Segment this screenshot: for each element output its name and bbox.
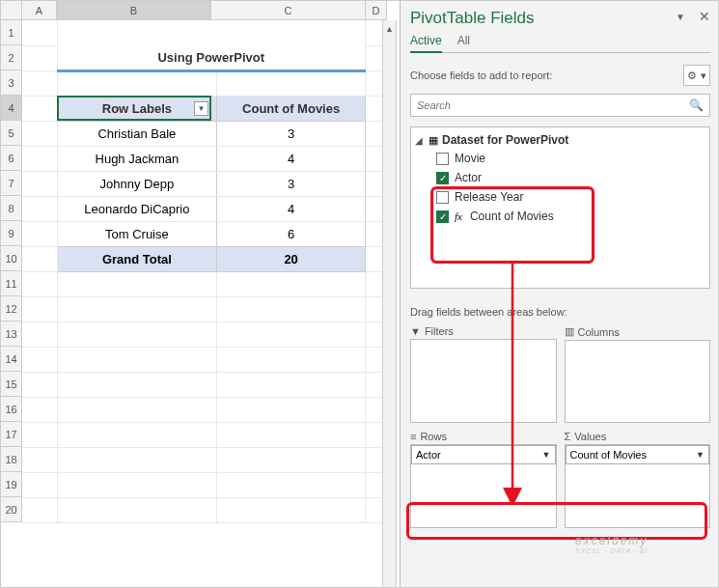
panel-tabs: Active All — [410, 34, 710, 53]
col-header-b[interactable]: B — [57, 1, 211, 20]
row-header-13[interactable]: 13 — [1, 322, 22, 347]
row-header-1[interactable]: 1 — [1, 20, 22, 45]
search-icon: 🔍 — [689, 98, 704, 112]
row-header-20[interactable]: 20 — [1, 497, 22, 522]
row-header-12[interactable]: 12 — [1, 296, 22, 322]
row-header-7[interactable]: 7 — [1, 171, 22, 196]
rows-area-item[interactable]: Actor▼ — [411, 445, 556, 464]
column-headers: A B C D — [1, 1, 387, 20]
table-cell[interactable]: 4 — [217, 196, 366, 221]
panel-title: PivotTable Fields — [410, 9, 535, 28]
row-header-8[interactable]: 8 — [1, 196, 22, 221]
gear-button[interactable]: ⚙ ▾ — [683, 65, 710, 86]
area-label: Values — [574, 431, 606, 442]
watermark: exceldemy EXCEL · DATA · BI — [575, 534, 648, 554]
collapse-icon[interactable]: ◢ — [415, 135, 425, 146]
row-header-19[interactable]: 19 — [1, 472, 22, 497]
row-header-17[interactable]: 17 — [1, 422, 22, 447]
chevron-down-icon[interactable]: ▼ — [676, 12, 685, 22]
field-label: Release Year — [455, 190, 523, 204]
scrollbar-vertical[interactable]: ▲ — [382, 20, 397, 588]
checkbox-checked[interactable]: ✓ — [436, 210, 449, 223]
field-row[interactable]: ✓Actor — [413, 168, 707, 187]
table-cell[interactable]: Johnny Depp — [57, 171, 217, 196]
select-all-cell[interactable] — [1, 1, 22, 20]
tab-all[interactable]: All — [457, 34, 470, 52]
row-header-2[interactable]: 2 — [1, 45, 22, 70]
field-row[interactable]: ✓fxCount of Movies — [413, 207, 707, 226]
row-header-18[interactable]: 18 — [1, 447, 22, 472]
table-cell[interactable]: Hugh Jackman — [57, 146, 217, 171]
fx-icon: fx — [455, 210, 462, 222]
table-cell[interactable]: 4 — [217, 146, 366, 171]
checkbox[interactable] — [436, 191, 449, 204]
table-cell[interactable]: 3 — [217, 171, 366, 196]
area-label: Rows — [420, 431, 447, 442]
table-cell[interactable]: Tom Cruise — [57, 221, 217, 246]
rows-icon: ≡ — [410, 431, 416, 442]
row-header-11[interactable]: 11 — [1, 271, 22, 296]
row-header-16[interactable]: 16 — [1, 397, 22, 422]
values-area-item[interactable]: Count of Movies▼ — [566, 445, 710, 464]
tab-active[interactable]: Active — [410, 34, 442, 53]
grand-total-label[interactable]: Grand Total — [57, 246, 217, 271]
grand-total-value[interactable]: 20 — [217, 246, 366, 271]
row-headers: 1234567891011121314151617181920 — [1, 20, 22, 523]
area-item-label: Count of Movies — [570, 449, 647, 461]
row-header-14[interactable]: 14 — [1, 347, 22, 372]
panel-hint: Choose fields to add to report: — [410, 70, 552, 81]
col-header-d[interactable]: D — [366, 1, 387, 20]
areas-hint: Drag fields between areas below: — [410, 306, 710, 318]
area-item-label: Actor — [416, 449, 441, 461]
table-cell[interactable]: 6 — [217, 221, 366, 246]
table-cell[interactable]: Leonardo DiCaprio — [57, 196, 217, 221]
filter-icon: ▼ — [410, 325, 421, 337]
row-header-4[interactable]: 4 — [1, 96, 22, 121]
table-title — [57, 20, 366, 45]
close-icon[interactable]: ✕ — [699, 9, 710, 24]
checkbox-checked[interactable]: ✓ — [436, 172, 449, 184]
field-label: Movie — [455, 152, 485, 165]
columns-icon: ▥ — [565, 325, 574, 338]
row-header-3[interactable]: 3 — [1, 70, 22, 96]
scroll-up-button[interactable]: ▲ — [383, 20, 396, 38]
rows-area[interactable]: ≡Rows Actor▼ — [410, 431, 557, 528]
header-row-labels[interactable]: Row Labels — [57, 96, 217, 121]
area-label: Columns — [578, 326, 620, 338]
header-count[interactable]: Count of Movies — [217, 96, 366, 121]
table-icon: ▦ — [429, 134, 438, 147]
field-row[interactable]: Release Year — [413, 187, 707, 207]
chevron-down-icon[interactable]: ▼ — [696, 450, 705, 460]
checkbox[interactable] — [436, 153, 449, 165]
search-field[interactable]: 🔍 — [410, 94, 710, 117]
field-label: Actor — [455, 171, 482, 184]
field-label: Count of Movies — [470, 210, 554, 223]
sigma-icon: Σ — [565, 431, 571, 442]
search-input[interactable] — [417, 99, 689, 111]
row-header-6[interactable]: 6 — [1, 146, 22, 171]
row-header-9[interactable]: 9 — [1, 221, 22, 246]
table-cell[interactable]: 3 — [217, 121, 366, 146]
row-header-10[interactable]: 10 — [1, 246, 22, 271]
chevron-down-icon[interactable]: ▼ — [542, 450, 551, 460]
row-header-15[interactable]: 15 — [1, 372, 22, 397]
table-title: Using PowerPivot — [57, 45, 366, 70]
filters-area[interactable]: ▼Filters — [410, 325, 557, 423]
pivot-fields-panel: PivotTable Fields ▼ ✕ Active All Choose … — [400, 1, 719, 588]
col-header-c[interactable]: C — [211, 1, 366, 20]
field-list[interactable]: ◢ ▦ Dataset for PowerPivot Movie ✓Actor … — [410, 126, 710, 289]
col-header-a[interactable]: A — [22, 1, 57, 20]
table-cell[interactable]: Christian Bale — [57, 121, 217, 146]
table-name: Dataset for PowerPivot — [442, 133, 568, 147]
spreadsheet: A B C D 1234567891011121314151617181920 … — [1, 1, 387, 588]
values-area[interactable]: ΣValues Count of Movies▼ — [565, 431, 711, 528]
filter-dropdown-button[interactable]: ▼ — [194, 101, 208, 116]
area-label: Filters — [425, 325, 454, 337]
columns-area[interactable]: ▥Columns — [565, 325, 711, 423]
field-row[interactable]: Movie — [413, 149, 707, 168]
row-header-5[interactable]: 5 — [1, 121, 22, 146]
